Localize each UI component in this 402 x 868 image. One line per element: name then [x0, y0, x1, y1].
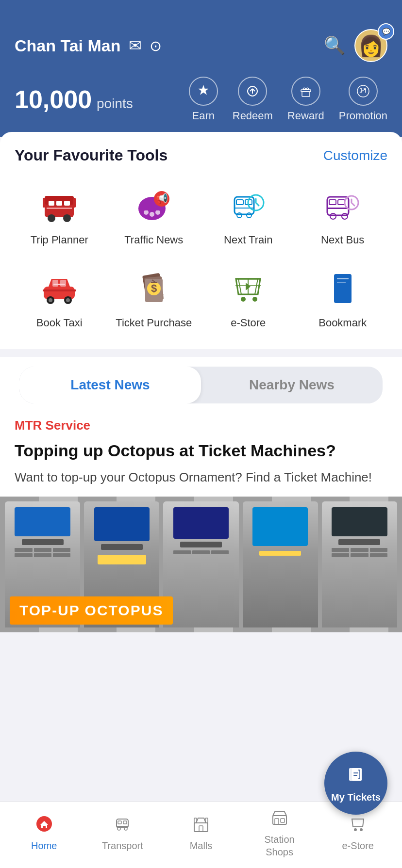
customize-button[interactable]: Customize	[323, 148, 387, 163]
reward-icon	[291, 77, 320, 106]
svg-rect-66	[199, 826, 203, 832]
nav-malls-label: Malls	[190, 839, 213, 852]
earn-icon	[189, 77, 218, 106]
next-train-label: Next Train	[224, 233, 272, 247]
svg-rect-52	[337, 282, 346, 283]
svg-rect-65	[205, 818, 208, 823]
svg-rect-42	[53, 284, 65, 285]
bookmark-icon	[321, 267, 365, 310]
nav-home-label: Home	[31, 839, 57, 852]
svg-rect-28	[329, 200, 336, 205]
tool-trip-planner[interactable]: Trip Planner	[15, 179, 104, 252]
tab-latest-news[interactable]: Latest News	[19, 367, 201, 403]
book-taxi-icon	[37, 267, 81, 310]
fav-tools-header: Your Favourite Tools Customize	[15, 146, 387, 164]
header: Chan Tai Man ✉ ⊙ 🔍 👩 💬 10,000 points	[0, 0, 402, 137]
transport-icon	[114, 815, 131, 836]
traffic-news-label: Traffic News	[124, 233, 183, 247]
svg-rect-51	[337, 278, 349, 279]
news-section: Latest News Nearby News MTR Service Topp…	[0, 357, 402, 632]
svg-rect-12	[73, 198, 76, 208]
svg-rect-8	[56, 201, 62, 206]
tool-bookmark[interactable]: Bookmark	[298, 262, 388, 335]
svg-rect-21	[236, 200, 243, 205]
points-actions: Earn Redeem	[189, 77, 387, 122]
malls-icon	[192, 815, 210, 836]
book-taxi-label: Book Taxi	[36, 316, 83, 330]
search-icon[interactable]: 🔍	[324, 35, 346, 56]
svg-point-2	[357, 85, 369, 97]
promotion-action[interactable]: Promotion	[339, 77, 387, 122]
svg-point-5	[48, 214, 55, 222]
promotion-icon	[349, 77, 378, 106]
points-number: 10,000	[15, 85, 92, 114]
trip-planner-label: Trip Planner	[31, 233, 88, 247]
chat-bubble-icon: 💬	[378, 23, 394, 40]
svg-rect-7	[49, 201, 54, 206]
earn-label: Earn	[192, 110, 215, 122]
my-tickets-fab[interactable]: My Tickets	[324, 752, 387, 815]
fav-tools-section: Your Favourite Tools Customize	[0, 132, 402, 349]
svg-rect-10	[47, 208, 72, 209]
header-user: Chan Tai Man ✉ ⊙	[15, 36, 162, 55]
tab-nearby-news[interactable]: Nearby News	[201, 367, 383, 403]
svg-rect-41	[43, 289, 76, 291]
svg-rect-59	[123, 821, 127, 824]
my-tickets-icon	[345, 763, 367, 789]
news-content: MTR Service Topping up Octopus at Ticket…	[0, 403, 402, 497]
svg-point-49	[252, 297, 257, 302]
svg-rect-63	[194, 823, 208, 832]
nav-transport[interactable]: Transport	[84, 815, 162, 852]
ticket-purchase-label: Ticket Purchase	[116, 316, 192, 330]
home-icon	[35, 815, 53, 836]
header-top: Chan Tai Man ✉ ⊙ 🔍 👩 💬	[15, 29, 387, 62]
tool-ticket-purchase[interactable]: $ Ticket Purchase	[109, 262, 199, 335]
avatar[interactable]: 👩 💬	[354, 29, 387, 62]
svg-point-70	[354, 828, 357, 831]
svg-rect-29	[338, 200, 345, 205]
svg-text:$: $	[151, 282, 157, 294]
svg-rect-11	[43, 198, 45, 208]
station-shops-icon	[271, 809, 288, 830]
username: Chan Tai Man	[15, 36, 121, 55]
points-display: 10,000 points	[15, 85, 133, 114]
ticket-purchase-icon: $	[132, 267, 176, 310]
nav-station-shops[interactable]: Station Shops	[240, 809, 319, 858]
svg-rect-35	[52, 280, 58, 287]
next-bus-icon	[321, 184, 365, 227]
news-title: Topping up Octopus at Ticket Machines?	[15, 440, 387, 461]
tool-traffic-news[interactable]: 📢 Traffic News	[109, 179, 199, 252]
nav-home[interactable]: Home	[5, 815, 84, 852]
news-image: TOP-UP OCTOPUS	[0, 497, 402, 632]
svg-point-71	[360, 828, 363, 831]
svg-text:📢: 📢	[155, 193, 168, 204]
svg-point-48	[241, 297, 246, 302]
tool-next-bus[interactable]: Next Bus	[298, 179, 388, 252]
my-tickets-label: My Tickets	[331, 792, 381, 803]
fav-tools-title: Your Favourite Tools	[15, 146, 168, 164]
svg-rect-1	[302, 92, 310, 96]
reward-label: Reward	[287, 110, 324, 122]
redeem-action[interactable]: Redeem	[233, 77, 273, 122]
redeem-label: Redeem	[233, 110, 273, 122]
svg-rect-62	[117, 826, 128, 827]
svg-rect-58	[118, 821, 121, 824]
e-store-label: e-Store	[231, 316, 266, 330]
svg-rect-36	[60, 280, 66, 287]
tool-next-train[interactable]: Next Train	[203, 179, 293, 252]
nav-transport-label: Transport	[102, 839, 143, 852]
svg-point-40	[66, 298, 70, 302]
profile-icon[interactable]: ⊙	[150, 37, 162, 54]
tool-e-store[interactable]: e-Store	[203, 262, 293, 335]
nav-e-store[interactable]: e-Store	[318, 815, 397, 852]
news-category: MTR Service	[15, 418, 387, 433]
news-image-banner: TOP-UP OCTOPUS	[10, 596, 173, 625]
earn-action[interactable]: Earn	[189, 77, 218, 122]
svg-point-39	[49, 298, 52, 302]
mail-icon[interactable]: ✉	[129, 36, 142, 55]
tool-book-taxi[interactable]: Book Taxi	[15, 262, 104, 335]
reward-action[interactable]: Reward	[287, 77, 324, 122]
svg-rect-9	[64, 201, 70, 206]
svg-rect-54	[352, 768, 362, 781]
nav-malls[interactable]: Malls	[162, 815, 240, 852]
